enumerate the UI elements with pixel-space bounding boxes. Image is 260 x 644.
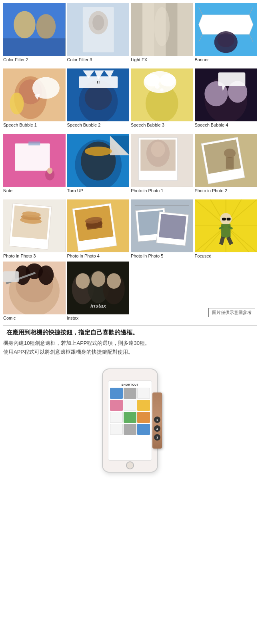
photo-grid-row1: Color Filter 2 Color Filter 3 xyxy=(0,0,260,65)
thumb-pip3 xyxy=(3,199,66,252)
label-cf2: Color Filter 2 xyxy=(3,57,66,62)
thumb-cf2 xyxy=(3,3,66,56)
svg-point-32 xyxy=(84,85,112,110)
phone-cell-10 xyxy=(110,424,123,435)
phone-grid xyxy=(110,388,150,435)
svg-point-42 xyxy=(160,89,164,92)
thumb-banner xyxy=(195,3,257,56)
phone-cell-1 xyxy=(110,388,123,399)
svg-point-122 xyxy=(76,273,90,289)
label-sb2: Speech Bubble 2 xyxy=(67,123,130,127)
svg-point-3 xyxy=(36,14,56,39)
grid-item-lfx: Light FX xyxy=(131,3,193,62)
label-pip2: Photo in Photo 2 xyxy=(195,188,257,193)
grid-item-instax: instax instax xyxy=(67,262,130,320)
section-title: 在應用到相機的快捷按鈕，指定自己喜歡的邊框。 xyxy=(3,329,257,339)
label-pip4: Photo in Photo 4 xyxy=(67,254,130,258)
svg-point-15 xyxy=(154,7,170,46)
svg-point-124 xyxy=(107,273,121,289)
label-comic: Comic xyxy=(3,316,66,320)
svg-rect-11 xyxy=(142,3,154,56)
svg-rect-107 xyxy=(222,217,226,220)
svg-rect-14 xyxy=(178,3,193,56)
svg-rect-67 xyxy=(203,140,241,174)
svg-point-29 xyxy=(10,93,24,114)
svg-rect-51 xyxy=(28,142,40,146)
grid-item-pip2: Photo in Photo 2 xyxy=(195,134,257,193)
grid-item-turnup: Turn UP xyxy=(67,134,130,193)
grid-item-pip1: Photo in Photo 1 xyxy=(131,134,193,193)
svg-text:instax: instax xyxy=(90,302,107,308)
photo-grid-row2: Speech Bubble 1 !! Speech Bubble 2 xyxy=(0,65,260,131)
thumb-pip1 xyxy=(131,134,193,187)
thumb-lfx xyxy=(131,3,193,56)
phone-camera-illustration: SHORTCUT xyxy=(0,360,260,485)
photo-grid-last: Comic instax instax 圖片僅供示意 xyxy=(0,262,260,322)
thumb-sb1 xyxy=(3,68,66,121)
phone-cell-12 xyxy=(137,424,150,435)
label-pip1: Photo in Photo 1 xyxy=(131,188,193,193)
cam-button-2: 2 xyxy=(154,425,160,432)
thumb-cf3 xyxy=(67,3,130,56)
thumb-sb4 xyxy=(195,68,257,121)
grid-item-sb3: Speech Bubble 3 xyxy=(131,68,193,127)
grid-item-pip4: Photo in Photo 4 xyxy=(67,199,130,258)
svg-rect-108 xyxy=(226,217,230,220)
thumb-turnup xyxy=(67,134,130,187)
svg-point-68 xyxy=(224,149,235,158)
grid-item-banner: Banner xyxy=(195,3,257,62)
svg-rect-117 xyxy=(3,271,19,282)
cam-button-3: 3 xyxy=(154,434,160,441)
grid-item-sb1: Speech Bubble 1 xyxy=(3,68,66,127)
svg-text:!!: !! xyxy=(96,80,100,85)
phone-cell-7 xyxy=(110,412,123,423)
section-line1: 機身內建10種創意邊框，若加上APP程式的選項，則多達30種。 xyxy=(3,339,257,348)
label-cf3: Color Filter 3 xyxy=(67,57,130,62)
thumb-pip5 xyxy=(131,199,193,252)
grid-item-pip3: Photo in Photo 3 xyxy=(3,199,66,258)
phone-cell-4 xyxy=(110,400,123,411)
photo-grid-row3: Note Turn UP xyxy=(0,131,260,196)
grid-item-sb4: Speech Bubble 4 xyxy=(195,68,257,127)
phone-camera-group: SHORTCUT xyxy=(102,368,158,473)
thumb-pip4 xyxy=(67,199,130,252)
label-pip5: Photo in Photo 5 xyxy=(131,254,193,258)
section-body: 機身內建10種創意邊框，若加上APP程式的選項，則多達30種。 使用APP程式可… xyxy=(0,339,260,360)
section-line2: 使用APP程式可以將創意邊框跟機身的快捷鍵配對使用。 xyxy=(3,348,257,356)
grid-item-cf3: Color Filter 3 xyxy=(67,3,130,62)
photo-grid-row4: Photo in Photo 3 Photo in xyxy=(0,196,260,262)
svg-point-23 xyxy=(217,33,234,47)
label-sb3: Speech Bubble 3 xyxy=(131,123,193,127)
grid-item-comic: Comic xyxy=(3,262,66,320)
svg-point-41 xyxy=(155,84,160,89)
svg-rect-47 xyxy=(218,72,245,86)
svg-rect-87 xyxy=(159,214,186,240)
thumb-sb3 xyxy=(131,68,193,121)
grid-item-pip5: Photo in Photo 5 xyxy=(131,199,193,258)
label-lfx: Light FX xyxy=(131,57,193,62)
phone-mockup: SHORTCUT xyxy=(102,368,158,473)
svg-point-53 xyxy=(47,168,53,174)
thumb-pip2 xyxy=(195,134,257,187)
svg-point-115 xyxy=(38,265,54,285)
phone-cell-2 xyxy=(124,388,136,399)
phone-screen-title: SHORTCUT xyxy=(122,383,139,386)
phone-cell-5 xyxy=(124,400,136,411)
thumb-note xyxy=(3,134,66,187)
camera-body: 1 2 3 xyxy=(152,392,162,449)
svg-point-40 xyxy=(160,74,176,87)
grid-item-sb2: !! Speech Bubble 2 xyxy=(67,68,130,127)
svg-point-2 xyxy=(14,11,35,38)
grid-item-note: Note xyxy=(3,134,66,193)
svg-point-59 xyxy=(84,147,112,156)
watermark-text: 圖片僅供示意圖參考 xyxy=(208,308,255,317)
label-note: Note xyxy=(3,188,66,193)
thumb-focused xyxy=(195,199,257,252)
svg-point-64 xyxy=(151,142,165,157)
label-banner: Banner xyxy=(195,57,257,62)
label-turnup: Turn UP xyxy=(67,188,130,193)
thumb-sb2: !! xyxy=(67,68,130,121)
svg-point-123 xyxy=(91,271,105,287)
svg-point-8 xyxy=(92,15,104,30)
phone-home-button xyxy=(126,461,134,469)
